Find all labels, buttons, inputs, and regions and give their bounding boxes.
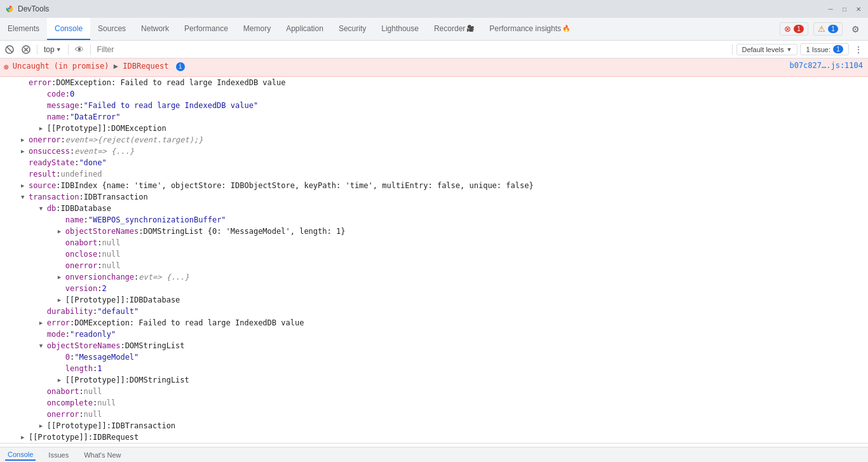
expand-arrow[interactable]: ▶ <box>58 294 65 306</box>
tree-line[interactable]: oncomplete: null <box>0 397 868 409</box>
tree-line[interactable]: ▶[[Prototype]]: IDBRequest <box>0 431 868 443</box>
tree-value: "Failed to read large IndexedDB value" <box>84 100 259 111</box>
tree-line[interactable]: onerror: null <box>0 409 868 420</box>
tab-console[interactable]: Console <box>47 18 90 40</box>
title-bar-text: DevTools <box>18 4 826 13</box>
tree-line[interactable]: ▶source: IDBIndex {name: 'time', objectS… <box>0 180 868 191</box>
expand-arrow[interactable]: ▶ <box>58 226 65 237</box>
expand-arrow[interactable]: ▶ <box>21 180 29 191</box>
tree-line[interactable]: result: undefined <box>0 168 868 180</box>
tab-network[interactable]: Network <box>133 18 177 40</box>
expand-arrow[interactable]: ▶ <box>21 146 29 157</box>
tree-key: version <box>65 283 98 294</box>
tree-line[interactable]: ▶onsuccess: event=> {...} <box>0 146 868 157</box>
expand-arrow[interactable]: ▶ <box>39 317 47 329</box>
tab-memory[interactable]: Memory <box>236 18 278 40</box>
tree-line[interactable]: onerror: null <box>0 260 868 271</box>
tree-value: "WEBPOS_synchronizationBuffer" <box>88 214 226 226</box>
tab-elements[interactable]: Elements <box>0 18 47 40</box>
expand-arrow[interactable]: ▶ <box>58 374 65 386</box>
tab-application[interactable]: Application <box>278 18 331 40</box>
tree-line[interactable]: onabort: null <box>0 237 868 248</box>
tree-line[interactable]: 0: "MessageModel" <box>0 351 868 363</box>
tree-line[interactable]: ▶[[Prototype]]: DOMStringList <box>0 374 868 386</box>
warning-icon: ⚠ <box>818 24 825 34</box>
tree-line[interactable]: ▶onerror: event=>{reject(event.target);} <box>0 134 868 146</box>
bottom-tab-issues[interactable]: Issues <box>46 450 71 460</box>
warning-badge-group[interactable]: ⚠ 1 <box>813 22 843 36</box>
expand-arrow[interactable]: ▶ <box>21 134 29 146</box>
tab-recorder[interactable]: Recorder 🎥 <box>426 18 482 40</box>
expand-arrow[interactable]: ▶ <box>39 420 47 431</box>
context-dropdown-icon: ▼ <box>56 46 62 53</box>
error-file-link[interactable]: b07c827….js:1104 <box>789 60 868 71</box>
close-button[interactable]: ✕ <box>854 4 863 13</box>
tree-line[interactable]: onclose: null <box>0 248 868 260</box>
expand-arrow[interactable]: ▶ <box>58 271 65 283</box>
bottom-tab-console[interactable]: Console <box>5 449 36 461</box>
issues-button[interactable]: 1 Issue: 1 <box>800 43 849 55</box>
minimize-button[interactable]: ─ <box>826 4 835 13</box>
tree-line[interactable]: length: 1 <box>0 363 868 374</box>
tree-line[interactable]: ▼db: IDBDatabase <box>0 203 868 214</box>
eye-button[interactable]: 👁 <box>72 43 86 57</box>
tree-value: DOMException: Failed to read large Index… <box>56 77 285 88</box>
tree-line[interactable]: ▶onversionchange: evt=> {...} <box>0 271 868 283</box>
tree-line[interactable]: ▼transaction: IDBTransaction <box>0 191 868 203</box>
colon: : <box>79 409 83 420</box>
console-content[interactable]: ⊗ Uncaught (in promise) ▶ IDBRequest i b… <box>0 58 868 447</box>
tree-line[interactable]: ▶objectStoreNames: DOMStringList {0: 'Me… <box>0 226 868 237</box>
tree-line[interactable]: error: DOMException: Failed to read larg… <box>0 77 868 88</box>
tree-value: IDBTransaction <box>111 420 175 431</box>
collapse-arrow[interactable]: ▼ <box>21 191 29 203</box>
tree-line[interactable]: ▶[[Prototype]]: IDBTransaction <box>0 420 868 431</box>
bottom-bar: Console Issues What's New <box>0 447 868 462</box>
tab-right-actions: ⊗ 1 ⚠ 1 ⚙ <box>775 18 868 40</box>
tab-performance[interactable]: Performance <box>177 18 236 40</box>
tree-line[interactable]: ▶[[Prototype]]: DOMException <box>0 123 868 134</box>
tree-value: "default" <box>97 306 139 317</box>
title-bar-controls: ─ □ ✕ <box>826 4 863 13</box>
tree-line[interactable]: mode: "readonly" <box>0 329 868 340</box>
tree-line[interactable]: onabort: null <box>0 386 868 397</box>
tree-line[interactable]: version: 2 <box>0 283 868 294</box>
no-arrow <box>39 111 47 123</box>
tree-line[interactable]: ▶error: DOMException: Failed to read lar… <box>0 317 868 329</box>
tree-key: onsuccess <box>29 146 70 157</box>
tab-lighthouse[interactable]: Lighthouse <box>374 18 426 40</box>
info-icon[interactable]: i <box>176 62 185 71</box>
collapse-arrow[interactable]: ▼ <box>39 203 47 214</box>
tree-key: transaction <box>29 191 79 203</box>
settings-button[interactable]: ⚙ <box>848 22 863 37</box>
filter-input[interactable] <box>95 44 728 55</box>
colon: : <box>70 146 74 157</box>
tree-line[interactable]: name: "DataError" <box>0 111 868 123</box>
tab-security[interactable]: Security <box>331 18 374 40</box>
tree-value: IDBDatabase <box>60 203 111 214</box>
clear-console-button[interactable] <box>3 43 17 57</box>
no-arrow <box>39 306 47 317</box>
context-label: top <box>44 45 55 54</box>
expand-arrow[interactable]: ▶ <box>21 431 29 443</box>
error-badge-group[interactable]: ⊗ 1 <box>780 22 808 36</box>
eye-icon: 👁 <box>75 44 84 55</box>
stop-button[interactable] <box>19 43 33 57</box>
tree-line[interactable]: ▼objectStoreNames: DOMStringList <box>0 340 868 351</box>
tree-key: [[Prototype]] <box>65 294 125 306</box>
tree-line[interactable]: code: 0 <box>0 88 868 100</box>
tree-line[interactable]: message: "Failed to read large IndexedDB… <box>0 100 868 111</box>
expand-arrow[interactable]: ▶ <box>39 123 47 134</box>
tree-line[interactable]: durability: "default" <box>0 306 868 317</box>
collapse-arrow[interactable]: ▼ <box>39 340 47 351</box>
tree-line[interactable]: name: "WEBPOS_synchronizationBuffer" <box>0 214 868 226</box>
no-arrow <box>39 386 47 397</box>
maximize-button[interactable]: □ <box>840 4 849 13</box>
tab-performance-insights[interactable]: Performance insights 🔥 <box>482 18 578 40</box>
tab-sources[interactable]: Sources <box>90 18 133 40</box>
context-selector[interactable]: top ▼ <box>41 45 64 54</box>
bottom-tab-whats-new[interactable]: What's New <box>81 450 123 460</box>
tree-line[interactable]: readyState: "done" <box>0 157 868 168</box>
tree-line[interactable]: ▶[[Prototype]]: IDBDatabase <box>0 294 868 306</box>
toolbar-settings-button[interactable]: ⋮ <box>851 43 865 57</box>
default-levels-select[interactable]: Default levels ▼ <box>736 44 798 55</box>
